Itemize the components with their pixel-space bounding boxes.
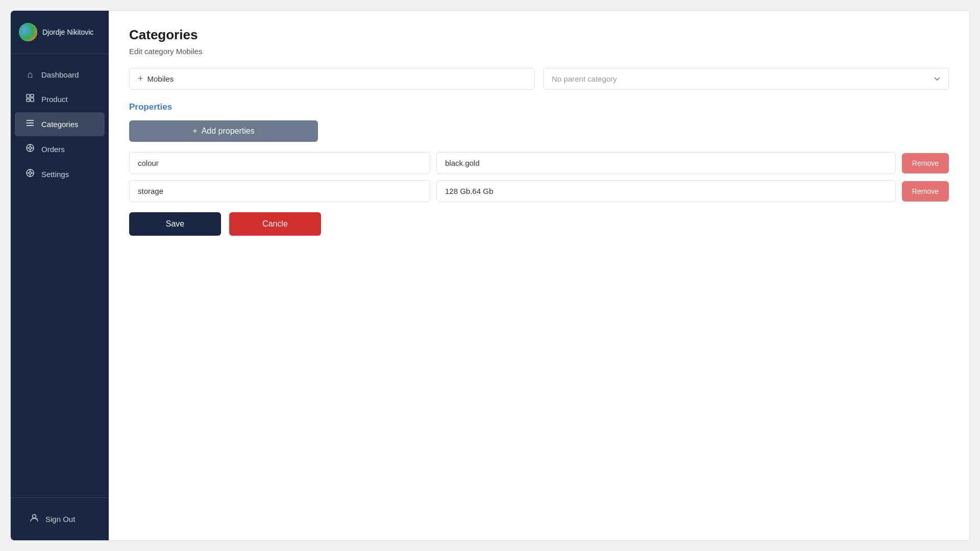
sign-out-button[interactable]: Sign Out bbox=[19, 507, 101, 531]
add-properties-label: Add properties bbox=[202, 127, 255, 136]
sidebar-item-settings[interactable]: Settings bbox=[15, 162, 105, 186]
properties-list: Remove Remove bbox=[129, 152, 949, 202]
sidebar-label-settings: Settings bbox=[41, 170, 69, 179]
user-profile: Djordje Nikitovic bbox=[11, 11, 109, 54]
property-row: Remove bbox=[129, 152, 949, 174]
save-button[interactable]: Save bbox=[129, 212, 221, 236]
sidebar-label-orders: Orders bbox=[41, 145, 65, 154]
categories-icon bbox=[25, 118, 35, 130]
sidebar-item-orders[interactable]: Orders bbox=[15, 137, 105, 161]
product-icon bbox=[25, 93, 35, 105]
add-properties-button[interactable]: + Add properties bbox=[129, 120, 318, 142]
parent-category-select[interactable]: No parent category bbox=[543, 68, 949, 90]
svg-rect-3 bbox=[31, 98, 34, 102]
sidebar-nav: ⌂ Dashboard Product bbox=[11, 54, 109, 497]
cancel-button[interactable]: Cancle bbox=[229, 212, 321, 236]
page-subtitle: Edit category Mobiles bbox=[129, 47, 949, 56]
svg-rect-1 bbox=[27, 99, 30, 102]
properties-label: Properties bbox=[129, 102, 949, 112]
sidebar-label-dashboard: Dashboard bbox=[41, 70, 79, 79]
category-name-value: Mobiles bbox=[148, 74, 174, 83]
signout-icon bbox=[29, 513, 39, 525]
sidebar-item-categories[interactable]: Categories bbox=[15, 112, 105, 136]
plus-icon: + bbox=[138, 73, 143, 84]
svg-point-20 bbox=[33, 515, 36, 518]
sidebar-item-dashboard[interactable]: ⌂ Dashboard bbox=[15, 63, 105, 86]
avatar bbox=[19, 23, 37, 41]
svg-rect-2 bbox=[31, 94, 34, 97]
svg-rect-0 bbox=[27, 94, 30, 98]
action-buttons: Save Cancle bbox=[129, 212, 949, 236]
dashboard-icon: ⌂ bbox=[25, 69, 35, 80]
main-content: Categories Edit category Mobiles + Mobil… bbox=[109, 11, 969, 540]
settings-icon bbox=[25, 168, 35, 180]
sidebar-label-product: Product bbox=[41, 95, 68, 104]
category-name-field[interactable]: + Mobiles bbox=[129, 68, 535, 90]
property-value-input-0[interactable] bbox=[436, 152, 896, 174]
property-value-input-1[interactable] bbox=[436, 180, 896, 202]
page-title: Categories bbox=[129, 27, 949, 43]
svg-point-7 bbox=[27, 122, 28, 123]
sidebar: Djordje Nikitovic ⌂ Dashboard Product bbox=[11, 11, 109, 540]
remove-button-0[interactable]: Remove bbox=[902, 153, 949, 173]
property-row: Remove bbox=[129, 180, 949, 202]
category-row: + Mobiles No parent category bbox=[129, 68, 949, 90]
username: Djordje Nikitovic bbox=[42, 28, 93, 36]
sidebar-label-categories: Categories bbox=[41, 120, 79, 129]
sidebar-item-product[interactable]: Product bbox=[15, 87, 105, 111]
property-key-input-1[interactable] bbox=[129, 180, 430, 202]
sign-out-label: Sign Out bbox=[45, 515, 75, 523]
remove-button-1[interactable]: Remove bbox=[902, 181, 949, 202]
property-key-input-0[interactable] bbox=[129, 152, 430, 174]
svg-point-15 bbox=[29, 172, 32, 174]
add-plus-icon: + bbox=[192, 127, 197, 136]
svg-point-9 bbox=[29, 147, 32, 149]
sidebar-bottom: Sign Out bbox=[11, 497, 109, 540]
orders-icon bbox=[25, 143, 35, 155]
properties-section: Properties + Add properties Remove Remov… bbox=[129, 102, 949, 202]
